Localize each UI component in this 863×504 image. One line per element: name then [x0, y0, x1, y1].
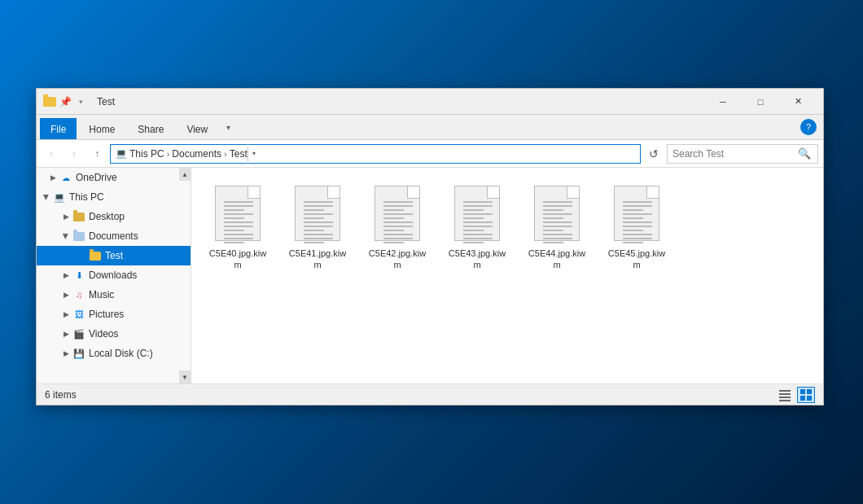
pc-icon: 💻: [53, 191, 66, 204]
list-item[interactable]: C5E41.jpg.kiwm: [281, 181, 354, 276]
close-button[interactable]: ✕: [779, 89, 817, 115]
sidebar-label-music: Music: [89, 289, 114, 300]
file-name: C5E40.jpg.kiwm: [206, 248, 269, 271]
expand-arrow-music[interactable]: ▶: [59, 288, 72, 301]
help-button[interactable]: ?: [800, 119, 817, 135]
breadcrumb-sep-1: ›: [167, 149, 170, 159]
file-icon: [611, 186, 663, 244]
search-icon[interactable]: 🔍: [796, 146, 813, 162]
address-path[interactable]: 💻 This PC › Documents › Test ▾: [110, 144, 641, 164]
file-name: C5E41.jpg.kiwm: [286, 248, 349, 271]
refresh-button[interactable]: ↺: [644, 144, 664, 164]
forward-button[interactable]: ›: [64, 144, 84, 164]
folder-title-icon: [43, 95, 56, 108]
expand-arrow-onedrive[interactable]: ▶: [46, 171, 59, 184]
dropdown-title-icon[interactable]: ▾: [74, 95, 87, 108]
sidebar-scroll-down[interactable]: ▼: [179, 370, 191, 383]
file-name: C5E44.jpg.kiwm: [525, 248, 589, 271]
breadcrumb-sep-2: ›: [224, 149, 227, 159]
sidebar-item-pictures[interactable]: ▶ 🖼 Pictures: [37, 305, 191, 324]
tab-view[interactable]: View: [176, 118, 218, 139]
explorer-window: 📌 ▾ Test ─ □ ✕ File Home Share View ▾ ? …: [36, 88, 824, 405]
sidebar-item-downloads[interactable]: ▶ ⬇ Downloads: [37, 265, 191, 285]
ribbon: File Home Share View ▾ ?: [37, 115, 823, 140]
sidebar-item-music[interactable]: ▶ ♫ Music: [37, 285, 191, 305]
expand-arrow-localdisk[interactable]: ▶: [59, 347, 72, 360]
svg-rect-1: [779, 393, 791, 395]
svg-rect-7: [807, 396, 812, 401]
maximize-button[interactable]: □: [742, 89, 779, 115]
sidebar-item-videos[interactable]: ▶ 🎬 Videos: [37, 324, 191, 344]
svg-rect-3: [779, 400, 791, 401]
expand-arrow-documents[interactable]: ▶: [59, 230, 72, 243]
file-icon: [212, 186, 264, 244]
list-item[interactable]: C5E45.jpg.kiwm: [600, 181, 673, 276]
expand-arrow-thispc[interactable]: ▶: [40, 191, 53, 204]
up-button[interactable]: ↑: [87, 144, 107, 164]
sidebar-label-downloads: Downloads: [89, 270, 137, 281]
sidebar-item-desktop[interactable]: ▶ Desktop: [37, 207, 191, 226]
files-area: C5E40.jpg.kiwm: [191, 168, 823, 383]
main-content: ▲ ▶ ☁ OneDrive ▶ 💻 This PC ▶ Desktop: [37, 168, 823, 383]
list-item[interactable]: C5E43.jpg.kiwm: [440, 181, 514, 276]
sidebar-label-thispc: This PC: [69, 191, 104, 203]
sidebar: ▲ ▶ ☁ OneDrive ▶ 💻 This PC ▶ Desktop: [37, 168, 191, 383]
file-icon: [291, 186, 344, 244]
expand-arrow-test[interactable]: [76, 249, 89, 262]
file-name: C5E45.jpg.kiwm: [605, 248, 668, 271]
details-view-button[interactable]: [776, 387, 794, 403]
sidebar-item-test[interactable]: Test: [37, 246, 191, 265]
desktop-folder-icon: [72, 210, 85, 223]
tab-home[interactable]: Home: [78, 118, 125, 139]
sidebar-label-test: Test: [105, 250, 123, 261]
sidebar-item-onedrive[interactable]: ▶ ☁ OneDrive: [37, 168, 191, 187]
test-folder-icon: [89, 249, 102, 262]
title-bar-icons: 📌 ▾: [43, 95, 87, 108]
list-item[interactable]: C5E40.jpg.kiwm: [201, 181, 274, 276]
svg-rect-2: [779, 397, 791, 398]
breadcrumb-test[interactable]: Test: [230, 148, 248, 160]
tab-share[interactable]: Share: [127, 118, 174, 139]
ribbon-expand-icon[interactable]: ▾: [220, 119, 236, 135]
svg-rect-5: [807, 389, 812, 394]
onedrive-icon: ☁: [59, 171, 72, 184]
sidebar-label-localdisk: Local Disk (C:): [89, 348, 153, 359]
large-icon-view-button[interactable]: [797, 387, 815, 403]
expand-arrow-videos[interactable]: ▶: [59, 327, 72, 340]
expand-arrow-pictures[interactable]: ▶: [59, 308, 72, 321]
svg-rect-4: [800, 389, 805, 394]
sidebar-item-thispc[interactable]: ▶ 💻 This PC: [37, 187, 191, 207]
sidebar-item-localdisk[interactable]: ▶ 💾 Local Disk (C:): [37, 344, 191, 363]
videos-icon: 🎬: [72, 327, 85, 340]
address-bar: ‹ › ↑ 💻 This PC › Documents › Test ▾ ↺ 🔍: [37, 140, 823, 168]
sidebar-scroll-up[interactable]: ▲: [179, 168, 191, 181]
ribbon-tabs: File Home Share View ▾ ?: [37, 115, 823, 139]
search-box: 🔍: [667, 144, 818, 164]
expand-arrow-downloads[interactable]: ▶: [59, 269, 72, 282]
address-dropdown-arrow[interactable]: ▾: [248, 144, 261, 164]
sidebar-label-videos: Videos: [89, 328, 118, 340]
back-button[interactable]: ‹: [42, 144, 61, 164]
window-title: Test: [97, 96, 704, 107]
sidebar-label-documents: Documents: [89, 230, 138, 242]
tab-file[interactable]: File: [40, 118, 77, 139]
file-icon: [451, 186, 503, 244]
sidebar-label-pictures: Pictures: [89, 309, 124, 320]
breadcrumb-documents[interactable]: Documents: [172, 148, 221, 160]
file-icon: [531, 186, 583, 244]
file-name: C5E43.jpg.kiwm: [445, 248, 509, 271]
minimize-button[interactable]: ─: [704, 89, 742, 115]
breadcrumb-this-pc[interactable]: 💻 This PC: [116, 148, 164, 160]
list-item[interactable]: C5E44.jpg.kiwm: [520, 181, 594, 276]
sidebar-label-onedrive: OneDrive: [76, 172, 117, 183]
sidebar-item-documents[interactable]: ▶ Documents: [37, 226, 191, 246]
downloads-icon: ⬇: [72, 269, 85, 282]
search-input[interactable]: [672, 148, 796, 160]
item-count: 6 items: [45, 389, 77, 401]
svg-rect-0: [779, 390, 791, 392]
status-bar: 6 items: [37, 383, 823, 405]
svg-rect-6: [800, 396, 805, 401]
documents-folder-icon: [72, 230, 85, 243]
expand-arrow-desktop[interactable]: ▶: [59, 210, 72, 223]
list-item[interactable]: C5E42.jpg.kiwm: [361, 181, 434, 276]
